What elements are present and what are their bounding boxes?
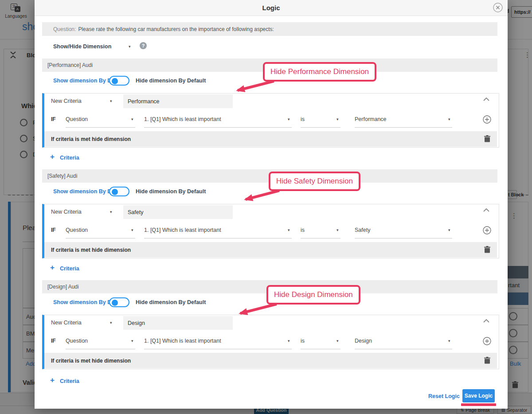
plus-icon[interactable]: + (50, 263, 55, 272)
select-underline (66, 127, 135, 128)
select-underline (355, 238, 452, 238)
chevron-down-icon[interactable]: ▾ (448, 117, 450, 121)
close-icon[interactable] (493, 3, 503, 12)
condition-question-select[interactable]: 1. [Q1] Which is least important (144, 227, 221, 233)
if-label: IF (51, 227, 56, 233)
condition-operator-select[interactable]: is (301, 338, 305, 344)
if-label: IF (51, 338, 56, 344)
chevron-down-icon[interactable]: ▾ (110, 210, 112, 214)
question-text: Please rate the following car manufactur… (78, 26, 274, 32)
toggle-knob (112, 189, 118, 195)
condition-question-select[interactable]: 1. [Q1] Which is least important (144, 338, 221, 344)
select-underline (66, 349, 135, 349)
delete-criteria-icon[interactable] (484, 135, 490, 142)
hide-by-default-label: Hide dimension By Default (136, 188, 206, 195)
default-visibility-toggle[interactable] (109, 187, 129, 196)
dimension-header-label: [Safety] Audi (47, 173, 77, 179)
criteria-select[interactable]: New Criteria (51, 98, 82, 104)
chevron-down-icon[interactable]: ▾ (110, 320, 112, 325)
select-underline (301, 349, 340, 349)
modal-title: Logic (262, 4, 280, 12)
collapse-chevron-icon[interactable] (483, 98, 489, 101)
hide-by-default-label: Hide dimension By Default (136, 299, 206, 305)
criteria-action-bar: If criteria is met hide dimension (44, 353, 497, 368)
toggle-knob (112, 300, 118, 306)
chevron-down-icon[interactable]: ▾ (131, 339, 133, 343)
chevron-down-icon[interactable]: ▾ (288, 117, 290, 121)
select-underline (355, 127, 452, 128)
chevron-down-icon[interactable]: ▾ (336, 228, 339, 232)
chevron-down-icon[interactable]: ▾ (336, 117, 339, 121)
question-prefix: Question: (53, 26, 76, 32)
condition-question-select[interactable]: 1. [Q1] Which is least important (144, 116, 221, 122)
collapse-chevron-icon[interactable] (483, 319, 489, 323)
chevron-down-icon[interactable]: ▾ (131, 228, 133, 232)
condition-source-select[interactable]: Question (66, 116, 88, 122)
criteria-name-input[interactable]: Safety (123, 205, 233, 219)
criteria-action-bar: If criteria is met hide dimension (44, 242, 497, 258)
select-underline (301, 238, 340, 238)
chevron-down-icon[interactable]: ▾ (288, 228, 290, 232)
annotation-save-underline (461, 403, 496, 406)
chevron-down-icon[interactable]: ▾ (448, 339, 450, 343)
condition-source-select[interactable]: Question (66, 227, 88, 233)
annotation-hide-performance: Hide Performance Dimension (263, 62, 376, 82)
criteria-action-text: If criteria is met hide dimension (51, 136, 131, 142)
select-underline (301, 127, 340, 128)
reset-logic-link[interactable]: Reset Logic (428, 393, 460, 399)
add-criteria-link[interactable]: Criteria (60, 266, 79, 272)
modal-header: Logic (35, 0, 508, 16)
criteria-select[interactable]: New Criteria (51, 209, 82, 215)
condition-source-select[interactable]: Question (66, 338, 88, 344)
criteria-name-input[interactable]: Performance (123, 94, 233, 108)
screen: 文 A Languages https:// d sho Bloc ⋮ Whic… (0, 0, 532, 414)
hide-by-default-label: Hide dimension By Default (136, 78, 206, 84)
save-logic-button[interactable]: Save Logic (462, 389, 495, 402)
question-context-bar: Question: Please rate the following car … (42, 22, 497, 36)
criteria-select[interactable]: New Criteria (51, 320, 82, 326)
delete-criteria-icon[interactable] (484, 246, 490, 253)
add-condition-icon[interactable] (483, 337, 491, 345)
delete-criteria-icon[interactable] (484, 357, 490, 364)
select-underline (66, 238, 135, 238)
condition-operator-select[interactable]: is (301, 116, 305, 122)
condition-operator-select[interactable]: is (301, 227, 305, 233)
logic-type-select[interactable]: Show/Hide Dimension (53, 43, 111, 50)
select-underline (355, 349, 452, 349)
help-icon[interactable]: ? (140, 42, 147, 49)
criteria-action-bar: If criteria is met hide dimension (44, 131, 497, 147)
chevron-down-icon[interactable]: ▾ (131, 117, 133, 121)
if-label: IF (51, 116, 56, 122)
condition-value-select[interactable]: Design (355, 338, 372, 344)
default-visibility-toggle[interactable] (109, 297, 129, 307)
chevron-down-icon[interactable]: ▾ (336, 339, 339, 343)
collapse-chevron-icon[interactable] (483, 208, 489, 212)
select-underline (144, 238, 292, 238)
condition-value-select[interactable]: Safety (355, 227, 370, 233)
toggle-knob (112, 78, 118, 84)
criteria-card: New Criteria ▾ Performance IF Question ▾… (42, 93, 499, 148)
criteria-name-input[interactable]: Design (123, 316, 233, 330)
criteria-action-text: If criteria is met hide dimension (51, 247, 131, 253)
chevron-down-icon[interactable]: ▾ (129, 44, 131, 49)
annotation-hide-safety: Hide Safety Dimension (269, 172, 360, 191)
chevron-down-icon[interactable]: ▾ (448, 228, 450, 232)
select-underline (144, 349, 292, 349)
add-condition-icon[interactable] (483, 226, 491, 234)
plus-icon[interactable]: + (50, 376, 55, 385)
chevron-down-icon[interactable]: ▾ (288, 339, 290, 343)
chevron-down-icon[interactable]: ▾ (110, 99, 112, 103)
criteria-card: New Criteria ▾ Design IF Question ▾ 1. [… (42, 315, 499, 369)
add-criteria-link[interactable]: Criteria (60, 155, 79, 161)
annotation-hide-design: Hide Design Dimension (266, 285, 360, 305)
add-criteria-link[interactable]: Criteria (60, 378, 79, 384)
dimension-header-label: [Performance] Audi (47, 62, 93, 68)
add-condition-icon[interactable] (483, 115, 491, 124)
plus-icon[interactable]: + (50, 152, 55, 161)
criteria-card: New Criteria ▾ Safety IF Question ▾ 1. [… (42, 204, 499, 258)
condition-value-select[interactable]: Performance (355, 116, 387, 122)
select-underline (144, 127, 292, 128)
default-visibility-toggle[interactable] (109, 76, 129, 86)
criteria-action-text: If criteria is met hide dimension (51, 358, 131, 364)
logic-modal: Logic Question: Please rate the followin… (35, 0, 508, 409)
